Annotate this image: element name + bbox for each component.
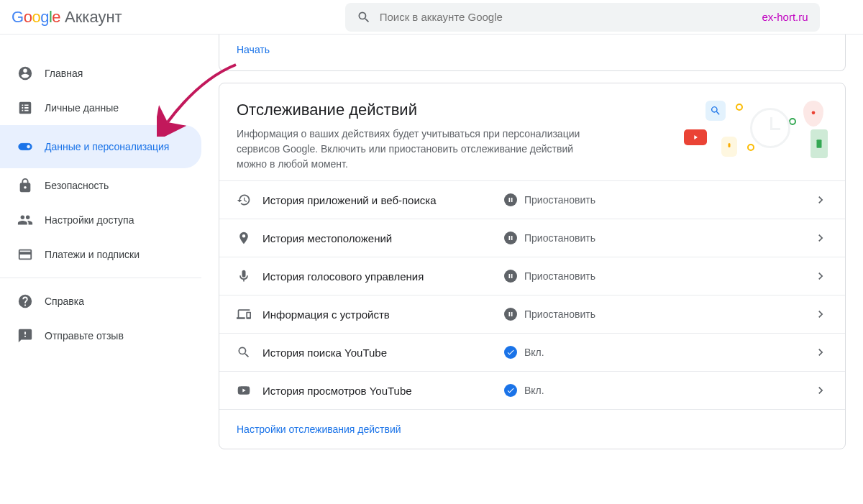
check-icon — [504, 346, 517, 359]
sidebar-item-home[interactable]: Главная — [0, 56, 201, 91]
status-text: Приостановить — [524, 308, 595, 320]
row-label: История просмотров YouTube — [262, 385, 493, 397]
activity-row-voice[interactable]: История голосового управления Приостанов… — [219, 257, 845, 295]
sidebar-item-label: Справка — [45, 295, 84, 308]
row-label: История местоположений — [262, 232, 493, 244]
header: Google Аккаунт ex-hort.ru — [0, 0, 863, 35]
search-input[interactable] — [380, 11, 754, 23]
sidebar-item-help[interactable]: Справка — [0, 284, 201, 319]
activity-row-youtube-watch[interactable]: История просмотров YouTube Вкл. — [219, 371, 845, 409]
sidebar: Главная Личные данные Данные и персонали… — [0, 35, 201, 504]
search-icon — [357, 10, 371, 24]
youtube-icon — [237, 383, 251, 398]
row-label: Информация с устройств — [262, 308, 493, 321]
status-text: Вкл. — [524, 385, 544, 396]
row-status: Приостановить — [504, 270, 802, 283]
mic-icon — [237, 269, 251, 283]
sidebar-item-label: Платежи и подписки — [45, 248, 140, 261]
sidebar-item-label: Данные и персонализация — [45, 140, 169, 153]
status-text: Вкл. — [524, 347, 544, 358]
people-icon — [17, 212, 33, 228]
sidebar-item-label: Отправьте отзыв — [45, 329, 124, 342]
pause-icon — [504, 270, 517, 283]
activity-row-devices[interactable]: Информация с устройств Приостановить — [219, 295, 845, 333]
card-description: Информация о ваших действиях будет учиты… — [237, 127, 582, 172]
search-highlight: ex-hort.ru — [762, 11, 808, 23]
pause-icon — [504, 193, 517, 206]
chevron-right-icon — [813, 269, 828, 283]
activity-illustration — [684, 101, 828, 165]
activity-row-location[interactable]: История местоположений Приостановить — [219, 219, 845, 257]
pause-icon — [504, 232, 517, 244]
ring-icon — [736, 104, 743, 111]
activity-card: Отслеживание действий Информация о ваших… — [219, 83, 846, 449]
sidebar-item-label: Личные данные — [45, 101, 119, 114]
person-circle-icon — [17, 65, 33, 81]
sidebar-item-access[interactable]: Настройки доступа — [0, 203, 201, 237]
chevron-right-icon — [813, 345, 828, 359]
card-icon — [17, 247, 33, 262]
svg-rect-1 — [817, 139, 822, 148]
sidebar-item-label: Главная — [45, 67, 83, 80]
mic-small-icon — [721, 137, 737, 157]
feedback-icon — [17, 328, 33, 344]
card-footer: Настройки отслеживания действий — [219, 409, 845, 449]
sidebar-item-security[interactable]: Безопасность — [0, 168, 201, 203]
chevron-right-icon — [813, 383, 828, 398]
row-status: Вкл. — [504, 384, 802, 397]
ring-icon — [747, 144, 754, 151]
status-text: Приостановить — [524, 232, 595, 244]
top-card: Начать — [219, 35, 846, 71]
sidebar-item-data-personalization[interactable]: Данные и персонализация — [0, 125, 201, 168]
chevron-right-icon — [813, 231, 828, 245]
sidebar-item-label: Настройки доступа — [45, 214, 134, 226]
pause-icon — [504, 308, 517, 321]
history-icon — [237, 193, 251, 207]
main-content: Начать Отслеживание действий Информация … — [201, 35, 863, 504]
sidebar-item-payments[interactable]: Платежи и подписки — [0, 237, 201, 272]
devices-icon — [237, 307, 251, 321]
phone-icon — [811, 129, 828, 158]
row-label: История поиска YouTube — [262, 347, 493, 359]
sidebar-item-label: Безопасность — [45, 179, 109, 192]
sidebar-item-personal[interactable]: Личные данные — [0, 91, 201, 125]
chevron-right-icon — [813, 193, 828, 207]
status-text: Приостановить — [524, 270, 595, 282]
status-text: Приостановить — [524, 194, 595, 206]
start-link[interactable]: Начать — [237, 44, 270, 55]
row-label: История приложений и веб-поиска — [262, 194, 493, 206]
help-icon — [17, 293, 33, 309]
lock-icon — [17, 178, 33, 193]
location-icon — [237, 231, 251, 245]
svg-point-0 — [812, 111, 816, 115]
chevron-right-icon — [813, 307, 828, 321]
search-box[interactable]: ex-hort.ru — [345, 3, 820, 32]
activity-settings-link[interactable]: Настройки отслеживания действий — [237, 423, 401, 435]
google-logo: Google — [12, 8, 60, 27]
check-icon — [504, 384, 517, 397]
row-status: Приостановить — [504, 232, 802, 244]
activity-card-header: Отслеживание действий Информация о ваших… — [219, 83, 845, 180]
card-title: Отслеживание действий — [237, 101, 667, 119]
divider — [0, 278, 201, 278]
activity-row-web[interactable]: История приложений и веб-поиска Приостан… — [219, 180, 845, 219]
row-status: Приостановить — [504, 193, 802, 206]
row-status: Вкл. — [504, 346, 802, 359]
magnifier-icon — [706, 101, 726, 121]
play-icon — [684, 129, 707, 145]
clock-icon — [750, 108, 790, 148]
youtube-search-icon — [237, 345, 251, 359]
pin-icon — [803, 101, 823, 127]
id-card-icon — [17, 100, 33, 116]
row-status: Приостановить — [504, 308, 802, 321]
row-label: История голосового управления — [262, 270, 493, 283]
sidebar-item-feedback[interactable]: Отправьте отзыв — [0, 319, 201, 353]
search-container: ex-hort.ru — [345, 3, 820, 32]
toggle-icon — [17, 139, 33, 155]
logo[interactable]: Google Аккаунт — [12, 8, 122, 27]
activity-row-youtube-search[interactable]: История поиска YouTube Вкл. — [219, 333, 845, 371]
account-label: Аккаунт — [65, 8, 122, 27]
